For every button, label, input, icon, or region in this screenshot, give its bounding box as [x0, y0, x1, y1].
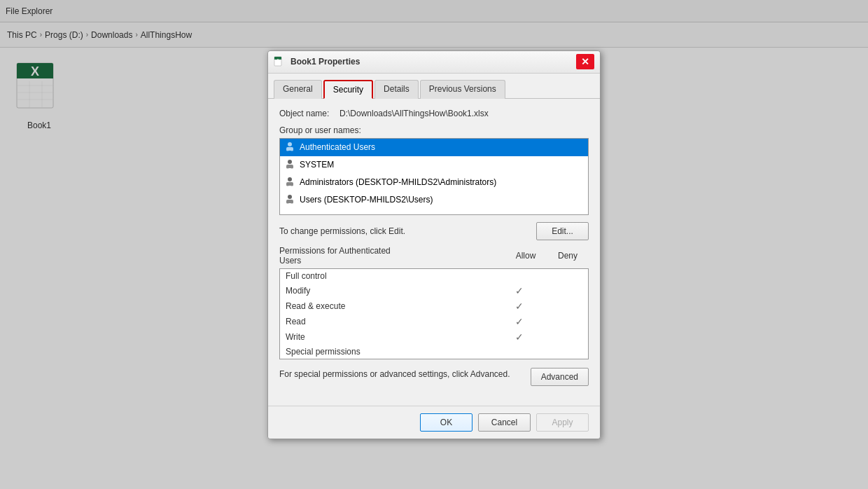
perm-allow: ✓	[498, 331, 540, 343]
user-icon-users	[284, 193, 295, 207]
svg-point-17	[288, 160, 292, 164]
permissions-deny-header: Deny	[547, 251, 589, 261]
dialog-footer: OK Cancel Apply	[268, 406, 600, 439]
object-name-row: Object name: D:\Downloads\AllThingsHow\B…	[279, 109, 589, 118]
users-listbox[interactable]: Authenticated Users SYSTEM Administrator…	[279, 138, 589, 215]
advanced-row: For special permissions or advanced sett…	[279, 368, 589, 386]
svg-rect-24	[286, 182, 293, 186]
close-button[interactable]: ✕	[576, 54, 594, 69]
svg-text:X: X	[277, 58, 279, 62]
group-users-label: Group or user names:	[279, 125, 589, 135]
svg-point-25	[288, 195, 292, 199]
tab-security[interactable]: Security	[323, 80, 373, 99]
svg-rect-16	[286, 147, 293, 151]
user-icon-system	[284, 158, 295, 172]
svg-point-13	[288, 142, 292, 146]
tab-previous-versions[interactable]: Previous Versions	[420, 80, 505, 99]
perm-row: Write✓	[280, 329, 588, 345]
dialog-body: Object name: D:\Downloads\AllThingsHow\B…	[268, 99, 600, 406]
tabs-bar: General Security Details Previous Versio…	[268, 74, 600, 99]
object-name-value: D:\Downloads\AllThingsHow\Book1.xlsx	[340, 109, 489, 118]
perm-row: Special permissions	[280, 345, 588, 359]
svg-rect-20	[286, 165, 293, 168]
tab-details[interactable]: Details	[374, 80, 419, 99]
user-item-authenticated-users[interactable]: Authenticated Users	[280, 139, 588, 156]
object-name-label: Object name:	[279, 109, 335, 118]
perm-row: Read & execute✓	[280, 298, 588, 314]
modal-overlay: X Book1 Properties ✕ General Security De…	[0, 0, 868, 489]
user-name-administrators: Administrators (DESKTOP-MHILDS2\Administ…	[300, 177, 496, 187]
svg-point-21	[288, 177, 292, 181]
ok-button[interactable]: OK	[420, 413, 472, 432]
permissions-table: Full controlModify✓Read & execute✓Read✓W…	[279, 268, 589, 359]
user-name-system: SYSTEM	[300, 160, 334, 170]
user-item-administrators[interactable]: Administrators (DESKTOP-MHILDS2\Administ…	[280, 174, 588, 191]
perm-name: Read & execute	[286, 301, 498, 311]
advanced-text: For special permissions or advanced sett…	[279, 368, 531, 380]
perm-allow: ✓	[498, 285, 540, 296]
dialog-title-icon: X	[274, 56, 285, 67]
perm-name: Special permissions	[286, 347, 498, 357]
change-permissions-row: To change permissions, click Edit. Edit.…	[279, 222, 589, 240]
dialog-title-text: Book1 Properties	[290, 57, 570, 67]
apply-button[interactable]: Apply	[536, 413, 589, 432]
change-perm-text: To change permissions, click Edit.	[279, 226, 536, 236]
user-name-users: Users (DESKTOP-MHILDS2\Users)	[300, 195, 433, 205]
user-item-system[interactable]: SYSTEM	[280, 156, 588, 174]
user-name-authenticated-users: Authenticated Users	[300, 142, 375, 152]
perm-allow: ✓	[498, 301, 540, 312]
perm-allow: ✓	[498, 316, 540, 327]
perm-row: Read✓	[280, 314, 588, 329]
perm-name: Modify	[286, 286, 498, 296]
properties-dialog: X Book1 Properties ✕ General Security De…	[267, 50, 601, 439]
dialog-titlebar: X Book1 Properties ✕	[268, 51, 600, 74]
perm-row: Full control	[280, 269, 588, 283]
tab-general[interactable]: General	[274, 80, 322, 99]
permissions-header: Permissions for AuthenticatedUsers Allow…	[279, 246, 589, 266]
permissions-for-label: Permissions for AuthenticatedUsers	[279, 246, 505, 266]
user-item-users[interactable]: Users (DESKTOP-MHILDS2\Users)	[280, 191, 588, 209]
advanced-button[interactable]: Advanced	[531, 368, 589, 386]
perm-row: Modify✓	[280, 283, 588, 298]
user-icon-authenticated-users	[284, 141, 295, 154]
perm-name: Write	[286, 332, 498, 342]
perm-name: Full control	[286, 271, 498, 281]
svg-rect-28	[286, 200, 293, 203]
edit-button[interactable]: Edit...	[536, 222, 589, 240]
cancel-button[interactable]: Cancel	[478, 413, 531, 432]
permissions-section: Permissions for AuthenticatedUsers Allow…	[279, 246, 589, 359]
permissions-allow-header: Allow	[505, 251, 547, 261]
user-icon-administrators	[284, 176, 295, 189]
perm-name: Read	[286, 317, 498, 326]
